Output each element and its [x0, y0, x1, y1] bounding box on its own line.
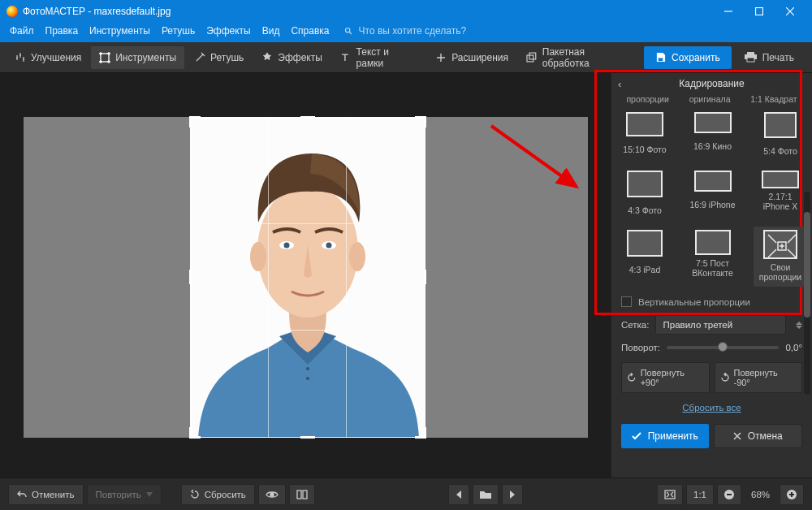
zoom-in-button[interactable] [780, 484, 804, 505]
crop-handle[interactable] [415, 427, 426, 439]
aspect-preset[interactable]: 4:3 Фото [618, 167, 672, 225]
svg-rect-29 [791, 492, 793, 497]
preview-button[interactable] [258, 484, 286, 505]
apply-button[interactable]: Применить [621, 424, 709, 448]
reset-button[interactable]: Сбросить [181, 484, 255, 505]
svg-rect-2 [101, 54, 109, 62]
menu-tools[interactable]: Инструменты [84, 24, 155, 38]
svg-rect-24 [665, 491, 675, 499]
tab-enhance[interactable]: Улучшения [6, 46, 89, 69]
rotate-minus90-button[interactable]: Повернуть -90° [715, 362, 803, 393]
zoom-value: 68% [745, 490, 776, 499]
aspect-preset[interactable]: 16:9 Кино [686, 109, 740, 166]
svg-rect-6 [747, 52, 754, 54]
minimize-button[interactable] [713, 0, 744, 23]
svg-rect-23 [303, 491, 307, 499]
crop-handle[interactable] [189, 116, 201, 128]
crop-handle[interactable] [189, 270, 192, 284]
fit-screen-button[interactable] [657, 484, 683, 505]
crop-box[interactable] [190, 117, 425, 438]
svg-rect-3 [527, 55, 533, 62]
nav-folder-button[interactable] [473, 484, 499, 505]
zoom-out-button[interactable] [717, 484, 741, 505]
search-input[interactable]: Что вы хотите сделать? [359, 25, 467, 37]
svg-rect-4 [529, 53, 536, 59]
close-button[interactable] [775, 0, 806, 23]
actual-size-button[interactable]: 1:1 [686, 484, 714, 505]
svg-point-21 [270, 493, 274, 496]
compare-button[interactable] [289, 484, 315, 505]
aspect-preset[interactable]: 16:9 iPhone [686, 167, 740, 225]
print-button[interactable]: Печать [733, 46, 806, 69]
toolbar: Улучшения Инструменты Ретушь Эффекты Тек… [0, 42, 812, 73]
vertical-checkbox[interactable] [621, 296, 632, 307]
svg-rect-5 [659, 58, 663, 61]
vertical-label: Вертикальные пропорции [638, 297, 750, 307]
tab-retouch[interactable]: Ретушь [186, 46, 252, 69]
crop-handle[interactable] [415, 116, 426, 128]
rotate-slider[interactable] [667, 346, 779, 349]
titlebar: ФотоМАСТЕР - maxresdefault.jpg [0, 0, 812, 23]
crop-handle[interactable] [300, 436, 315, 439]
svg-rect-0 [756, 8, 763, 15]
grid-label: Сетка: [621, 320, 649, 330]
preset-label: 2.17:1 iPhone X [755, 192, 806, 211]
svg-point-1 [345, 28, 349, 32]
tab-extensions[interactable]: Расширения [427, 46, 516, 69]
aspect-preset[interactable]: 5:4 Фото [754, 109, 807, 166]
grid-select[interactable]: Правило третей [655, 315, 786, 335]
aspect-preset[interactable]: 4:3 iPad [618, 227, 672, 287]
preset-label: 1:1 Квадрат [750, 94, 797, 104]
tab-effects[interactable]: Эффекты [253, 46, 330, 69]
preset-label: 16:9 Кино [693, 136, 732, 156]
undo-button[interactable]: Отменить [8, 484, 84, 505]
window-title: ФотоМАСТЕР - maxresdefault.jpg [23, 6, 713, 17]
scrollbar-thumb[interactable] [804, 212, 810, 318]
tab-tools[interactable]: Инструменты [91, 46, 184, 69]
preset-label: 4:3 Фото [628, 201, 662, 220]
rotate-value: 0,0° [785, 343, 802, 352]
menu-view[interactable]: Вид [257, 24, 285, 38]
crop-handle[interactable] [424, 270, 426, 284]
preset-label: 16:9 iPhone [689, 195, 735, 214]
menu-edit[interactable]: Правка [41, 24, 84, 38]
aspect-preset[interactable]: Свои пропорции [754, 227, 807, 287]
svg-rect-8 [747, 58, 754, 62]
bottombar: Отменить Повторить Сбросить 1:1 68% [0, 478, 812, 510]
preset-label: 4:3 iPad [629, 260, 661, 279]
preset-label: 5:4 Фото [763, 141, 797, 161]
preset-label: 15:10 Фото [623, 140, 666, 159]
svg-line-19 [491, 126, 577, 187]
preset-label: пропорции [626, 94, 668, 104]
preset-label: оригинала [689, 94, 731, 104]
app-logo-icon [6, 6, 18, 17]
nav-next-button[interactable] [502, 484, 523, 505]
aspect-preset[interactable]: 2.17:1 iPhone X [754, 167, 807, 225]
aspect-preset[interactable]: 15:10 Фото [618, 109, 672, 166]
right-panel: ‹ Кадрирование пропорции оригинала 1:1 К… [611, 73, 812, 478]
menu-help[interactable]: Справка [286, 24, 334, 38]
redo-button[interactable]: Повторить [87, 484, 162, 505]
maximize-button[interactable] [744, 0, 775, 23]
menubar: Файл Правка Инструменты Ретушь Эффекты В… [0, 23, 812, 42]
search-icon [344, 27, 352, 35]
reset-link[interactable]: Сбросить все [611, 398, 812, 419]
canvas[interactable] [0, 73, 611, 478]
menu-file[interactable]: Файл [5, 24, 39, 38]
nav-prev-button[interactable] [448, 484, 469, 505]
menu-retouch[interactable]: Ретушь [157, 24, 200, 38]
save-button[interactable]: Сохранить [644, 46, 732, 69]
tab-batch[interactable]: Пакетная обработка [518, 46, 641, 69]
annotation-arrow-icon [487, 122, 593, 203]
crop-handle[interactable] [300, 116, 315, 119]
svg-rect-22 [297, 491, 301, 499]
back-button[interactable]: ‹ [618, 78, 621, 90]
menu-effects[interactable]: Эффекты [201, 24, 256, 38]
aspect-preset[interactable]: 7:5 Пост ВКонтакте [686, 227, 740, 287]
rotate-plus90-button[interactable]: Повернуть +90° [621, 362, 710, 393]
grid-stepper[interactable] [796, 322, 802, 329]
crop-handle[interactable] [189, 427, 201, 439]
cancel-button[interactable]: Отмена [714, 424, 803, 448]
tab-text[interactable]: Текст и рамки [332, 46, 425, 69]
preset-label: 7:5 Пост ВКонтакте [688, 258, 738, 278]
